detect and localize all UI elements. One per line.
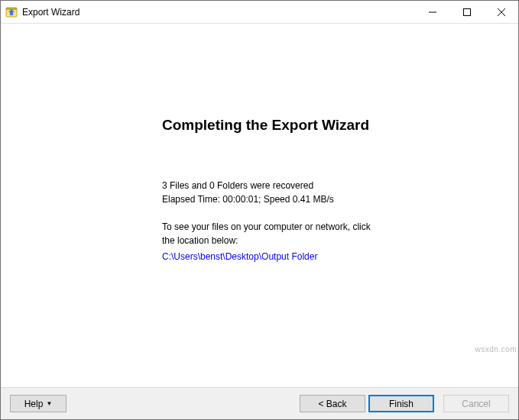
export-wizard-window: Export Wizard Completing the Export Wiza… <box>0 0 519 420</box>
bottom-button-bar: Help ▼ < Back Finish Cancel <box>1 387 518 419</box>
titlebar: Export Wizard <box>1 1 518 24</box>
maximize-button[interactable] <box>449 1 484 23</box>
output-folder-link[interactable]: C:\Users\benst\Desktop\Output Folder <box>162 251 317 262</box>
help-button[interactable]: Help ▼ <box>10 395 66 412</box>
cancel-button: Cancel <box>443 395 509 412</box>
instruction-text: To see your files on your computer or ne… <box>162 220 376 247</box>
back-button[interactable]: < Back <box>300 395 365 412</box>
recovery-summary: 3 Files and 0 Folders were recovered <box>162 179 313 192</box>
wizard-content: Completing the Export Wizard 3 Files and… <box>1 24 518 387</box>
svg-rect-3 <box>463 8 470 15</box>
finish-button[interactable]: Finish <box>368 395 434 412</box>
minimize-button[interactable] <box>415 1 449 23</box>
watermark: wsxdn.com <box>475 345 517 354</box>
elapsed-time-summary: Elapsed Time: 00:00:01; Speed 0.41 MB/s <box>162 192 334 206</box>
app-icon <box>5 6 18 18</box>
chevron-down-icon: ▼ <box>46 400 52 407</box>
close-button[interactable] <box>484 1 518 23</box>
help-button-label: Help <box>24 399 44 409</box>
window-title: Export Wizard <box>22 7 415 18</box>
window-controls <box>415 1 518 23</box>
page-heading: Completing the Export Wizard <box>162 117 369 134</box>
